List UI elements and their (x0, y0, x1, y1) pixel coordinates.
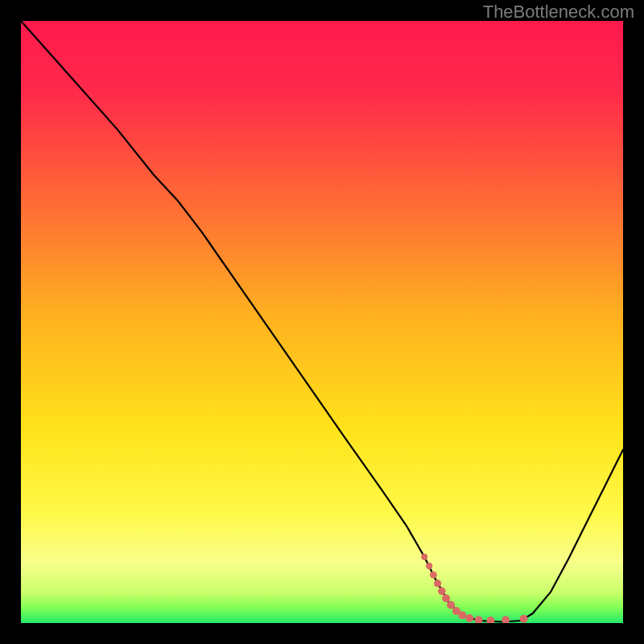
chart-canvas (21, 21, 623, 623)
marker-dot (421, 554, 427, 560)
marker-dot (465, 614, 473, 622)
marker-dot (447, 601, 455, 609)
marker-dot (426, 563, 432, 569)
marker-dot (458, 611, 466, 619)
marker-dot (438, 588, 446, 596)
marker-dot (434, 580, 441, 587)
marker-dot (430, 572, 437, 579)
chart-frame (21, 21, 623, 623)
marker-dot (520, 615, 528, 623)
watermark-text: TheBottleneck.com (483, 2, 634, 23)
gradient-backdrop (21, 21, 623, 623)
marker-dot (442, 594, 450, 602)
